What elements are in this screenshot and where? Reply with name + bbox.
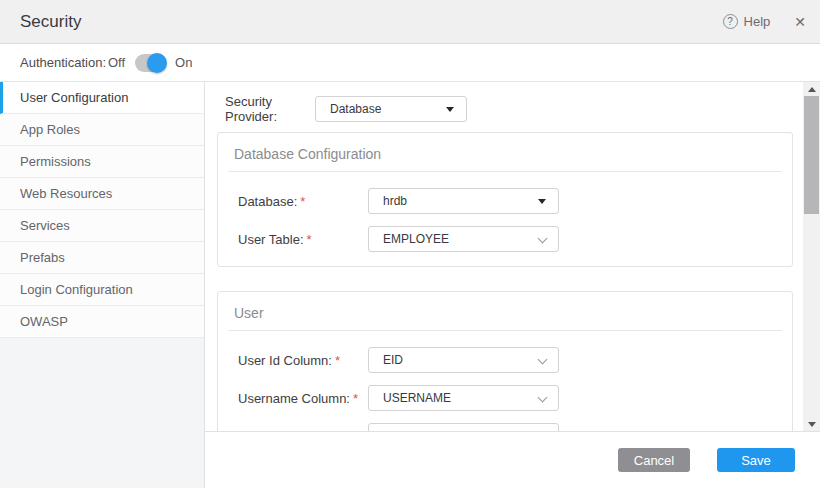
chevron-down-icon xyxy=(538,355,548,365)
dropdown-caret-icon xyxy=(446,107,454,112)
user-panel: User User Id Column:* EID xyxy=(217,291,793,431)
field-user-table: User Table:* EMPLOYEE xyxy=(238,226,792,252)
scroll-down-icon[interactable] xyxy=(803,417,820,431)
dialog-body: User Configuration App Roles Permissions… xyxy=(0,82,820,488)
sidebar-item-owasp[interactable]: OWASP xyxy=(0,306,204,338)
password-column-select[interactable]: PASSWORD xyxy=(368,423,559,431)
section-divider xyxy=(228,330,782,331)
security-provider-row: Security Provider: Database xyxy=(205,82,803,124)
sidebar-item-user-configuration[interactable]: User Configuration xyxy=(0,82,204,114)
required-marker: * xyxy=(350,429,355,432)
required-marker: * xyxy=(300,194,305,209)
security-provider-value: Database xyxy=(330,102,381,116)
footer-actions: Cancel Save xyxy=(205,432,820,488)
titlebar: Security ? Help ✕ xyxy=(0,0,820,44)
toggle-knob xyxy=(147,53,167,73)
save-button[interactable]: Save xyxy=(717,448,795,472)
close-icon[interactable]: ✕ xyxy=(794,14,806,30)
required-marker: * xyxy=(335,353,340,368)
password-column-value: PASSWORD xyxy=(383,429,452,431)
page-title: Security xyxy=(20,12,723,32)
authentication-row: Authentication: Off On xyxy=(0,44,820,82)
sidebar-item-app-roles[interactable]: App Roles xyxy=(0,114,204,146)
field-user-id-column: User Id Column:* EID xyxy=(238,347,792,373)
scrollbar-thumb[interactable] xyxy=(804,96,819,214)
scroll-region: Security Provider: Database Database Con… xyxy=(205,82,820,432)
user-table-select[interactable]: EMPLOYEE xyxy=(368,226,559,252)
security-dialog: Security ? Help ✕ Authentication: Off On… xyxy=(0,0,820,488)
user-id-column-select[interactable]: EID xyxy=(368,347,559,373)
database-select[interactable]: hrdb xyxy=(368,188,559,214)
authentication-toggle[interactable] xyxy=(135,54,165,72)
database-label: Database:* xyxy=(238,194,368,209)
username-column-value: USERNAME xyxy=(383,391,451,405)
password-column-label: Password Column:* xyxy=(238,429,368,432)
field-database: Database:* hrdb xyxy=(238,188,792,214)
user-id-column-value: EID xyxy=(383,353,403,367)
authentication-label: Authentication: xyxy=(20,55,108,70)
database-configuration-panel: Database Configuration Database:* hrdb xyxy=(217,132,793,267)
help-label: Help xyxy=(744,14,771,29)
dropdown-caret-icon xyxy=(538,199,546,204)
main-panel: Security Provider: Database Database Con… xyxy=(205,82,820,488)
sidebar-item-services[interactable]: Services xyxy=(0,210,204,242)
section-title-user: User xyxy=(218,292,792,330)
cancel-button[interactable]: Cancel xyxy=(618,448,690,472)
database-value: hrdb xyxy=(383,194,407,208)
sidebar-item-login-configuration[interactable]: Login Configuration xyxy=(0,274,204,306)
user-table-value: EMPLOYEE xyxy=(383,232,449,246)
chevron-down-icon xyxy=(538,234,548,244)
field-password-column: Password Column:* PASSWORD xyxy=(238,423,792,431)
required-marker: * xyxy=(353,391,358,406)
user-table-label: User Table:* xyxy=(238,232,368,247)
section-divider xyxy=(228,171,782,172)
sidebar: User Configuration App Roles Permissions… xyxy=(0,82,205,488)
user-id-column-label: User Id Column:* xyxy=(238,353,368,368)
sidebar-item-web-resources[interactable]: Web Resources xyxy=(0,178,204,210)
vertical-scrollbar[interactable] xyxy=(803,82,820,431)
field-username-column: Username Column:* USERNAME xyxy=(238,385,792,411)
help-button[interactable]: ? Help xyxy=(723,14,771,29)
required-marker: * xyxy=(307,232,312,247)
security-provider-select[interactable]: Database xyxy=(315,96,467,122)
sidebar-item-permissions[interactable]: Permissions xyxy=(0,146,204,178)
help-icon: ? xyxy=(723,14,738,29)
toggle-on-label: On xyxy=(175,55,192,70)
user-configuration-content: Security Provider: Database Database Con… xyxy=(205,82,803,431)
section-title-database-configuration: Database Configuration xyxy=(218,133,792,171)
username-column-label: Username Column:* xyxy=(238,391,368,406)
scroll-up-icon[interactable] xyxy=(803,82,820,96)
username-column-select[interactable]: USERNAME xyxy=(368,385,559,411)
sidebar-item-prefabs[interactable]: Prefabs xyxy=(0,242,204,274)
toggle-off-label: Off xyxy=(108,55,125,70)
chevron-down-icon xyxy=(538,393,548,403)
security-provider-label: Security Provider: xyxy=(225,94,315,124)
